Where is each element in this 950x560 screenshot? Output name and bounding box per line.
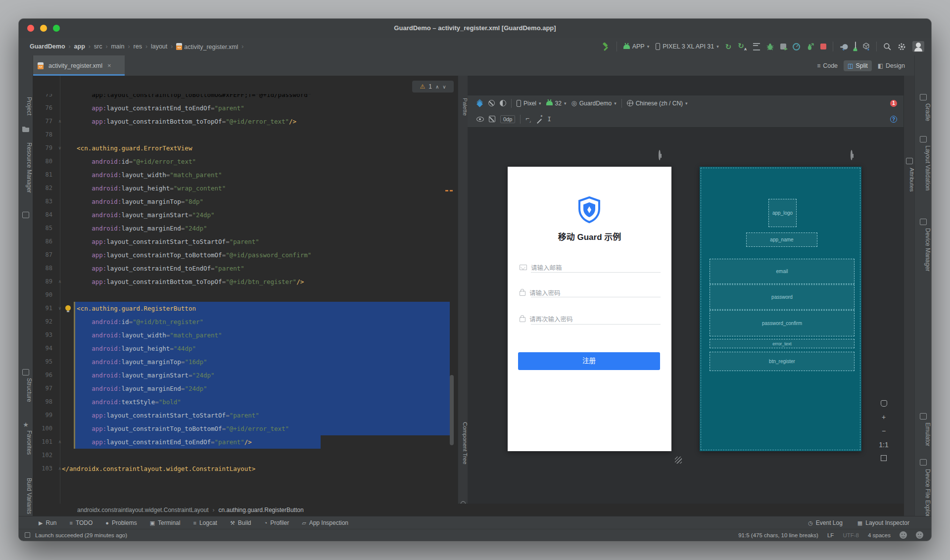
blueprint-error_text[interactable]: error_text	[710, 339, 855, 348]
line-ending[interactable]: LF	[827, 532, 834, 538]
breadcrumb-item[interactable]: GuardDemo	[30, 43, 65, 50]
sidebar-item-gradle[interactable]: Gradle	[915, 103, 931, 121]
zoom-to-fit-icon[interactable]	[881, 455, 887, 461]
blueprint-password_confirm[interactable]: password_confirm	[710, 310, 855, 336]
gradle-sync-icon[interactable]	[840, 43, 849, 50]
structure-icon[interactable]	[22, 369, 29, 375]
run-configuration-select[interactable]: APP ▾	[623, 43, 650, 50]
blueprint-app_logo[interactable]: app_logo	[768, 199, 797, 227]
view-mode-split[interactable]: ◫ Split	[844, 60, 872, 71]
zoom-in-button[interactable]: +	[882, 414, 886, 420]
help-icon[interactable]: ?	[890, 116, 897, 123]
design-preview-card[interactable]: 移动 Guard 示例 请输入邮箱 请输入密码 请再次输入密码 注册	[508, 167, 671, 451]
zoom-ratio-label[interactable]: 1:1	[879, 441, 888, 448]
tool-window-button-layout-inspector[interactable]: ▦Layout Inspector	[857, 519, 909, 526]
run-tasks-icon[interactable]	[753, 43, 760, 50]
tool-window-button-app-inspection[interactable]: ▱App Inspection	[302, 519, 348, 526]
profile-app-icon[interactable]	[807, 43, 814, 50]
autoconnect-off-icon[interactable]	[489, 116, 495, 122]
sdk-manager-cube-icon[interactable]	[862, 43, 870, 50]
editor-breadcrumb-item[interactable]: cn.authing.guard.RegisterButton	[219, 507, 304, 513]
close-tab-icon[interactable]: ×	[107, 62, 111, 69]
tool-window-button-build[interactable]: ⚒Build	[230, 519, 251, 526]
device-manager-icon[interactable]	[920, 219, 927, 225]
breadcrumb-item[interactable]: res	[134, 43, 142, 50]
tab-component-tree[interactable]: Component Tree	[458, 422, 468, 465]
previous-problem-icon[interactable]: ∧	[435, 84, 439, 90]
stop-icon[interactable]	[820, 44, 826, 49]
guideline-icon[interactable]: I	[547, 116, 551, 123]
sidebar-item-resource-manager[interactable]: Resource Manager	[19, 142, 33, 193]
profiler-icon[interactable]	[793, 43, 800, 50]
preview-device-select[interactable]: Pixel ▾	[517, 100, 541, 107]
device-manager-icon[interactable]	[855, 42, 856, 51]
tool-window-button-terminal[interactable]: ▣Terminal	[150, 519, 181, 526]
favorites-icon[interactable]: ★	[22, 421, 29, 428]
breadcrumb-item[interactable]: layout	[151, 43, 167, 50]
indent-setting[interactable]: 4 spaces	[868, 532, 891, 538]
tool-window-toggle-icon[interactable]	[25, 532, 30, 538]
debug-bug-icon[interactable]	[766, 43, 774, 50]
preview-locale-select[interactable]: Chinese (zh / CN) ▾	[627, 100, 688, 107]
breadcrumb-item[interactable]: activity_register.xml	[176, 43, 238, 50]
preview-api-select[interactable]: 32 ▾	[546, 100, 567, 107]
sidebar-item-build-variants[interactable]: Build Variants	[19, 478, 33, 514]
search-icon[interactable]	[883, 43, 891, 50]
blueprint-email[interactable]: email	[710, 259, 855, 284]
emulator-icon[interactable]	[920, 413, 927, 420]
tab-activity-register-xml[interactable]: activity_register.xml ×	[33, 55, 125, 76]
email-field[interactable]: 请输入邮箱	[520, 262, 661, 273]
clear-constraints-icon[interactable]: ⌐♪	[525, 115, 531, 123]
file-encoding[interactable]: UTF-8	[843, 532, 859, 538]
render-errors-badge[interactable]: 1	[890, 100, 897, 107]
blueprint-toggle-icon[interactable]	[488, 100, 495, 106]
project-icon[interactable]	[22, 126, 29, 132]
editor-breadcrumb-item[interactable]: androidx.constraintlayout.widget.Constra…	[77, 507, 209, 513]
tab-palette[interactable]: Palette	[458, 98, 468, 116]
apply-changes-restart-icon[interactable]: ↻	[725, 43, 732, 50]
gradle-icon[interactable]	[920, 94, 927, 100]
preview-resize-handle[interactable]	[675, 457, 682, 464]
tool-window-button-profiler[interactable]: ◔Profiler	[264, 519, 289, 526]
tool-window-button-run[interactable]: ▶Run	[39, 519, 56, 526]
feedback-face-icon[interactable]	[900, 531, 907, 539]
sidebar-item-structure[interactable]: Structure	[19, 378, 33, 402]
tool-window-button-problems[interactable]: ●Problems	[105, 519, 137, 526]
pan-hand-icon[interactable]	[881, 400, 887, 407]
sidebar-item-layout-validation[interactable]: Layout Validation	[915, 145, 931, 190]
blueprint-btn_register[interactable]: btn_register	[710, 352, 855, 371]
sidebar-item-device-file-explorer[interactable]: Device File Explorer	[915, 469, 931, 522]
inspections-widget[interactable]: ⚠ 1 ∧ ∨	[412, 81, 454, 93]
device-file-explorer-icon[interactable]	[920, 459, 927, 466]
password-confirm-field[interactable]: 请再次输入密码	[520, 313, 661, 324]
attach-debugger-icon[interactable]	[780, 44, 786, 49]
breadcrumb-item[interactable]: src	[94, 43, 102, 50]
build-hammer-icon[interactable]	[602, 43, 610, 51]
password-field[interactable]: 请输入密码	[520, 287, 661, 298]
apply-code-changes-icon[interactable]: ↻A	[738, 42, 747, 51]
view-mode-code[interactable]: ≡ Code	[813, 60, 842, 71]
resource-manager-icon[interactable]	[22, 212, 29, 218]
design-mode-layers-icon[interactable]	[476, 100, 483, 107]
blueprint-password[interactable]: password	[710, 284, 855, 310]
infer-constraints-wand-icon[interactable]	[536, 116, 542, 122]
layout-validation-icon[interactable]	[920, 136, 927, 142]
tool-window-button-event-log[interactable]: ◷Event Log	[808, 519, 843, 526]
tab-attributes[interactable]: Attributes	[904, 168, 915, 192]
device-select[interactable]: PIXEL 3 XL API 31 ▾	[656, 43, 719, 50]
tool-window-button-logcat[interactable]: ≡Logcat	[193, 519, 217, 526]
profile-avatar[interactable]	[912, 41, 924, 52]
feedback-face-icon[interactable]	[916, 531, 923, 539]
view-options-eye-icon[interactable]	[476, 117, 484, 122]
preview-theme-select[interactable]: ◎ GuardDemo ▾	[571, 99, 616, 107]
breadcrumb-item[interactable]: main	[111, 43, 124, 50]
default-margin-select[interactable]: 0dp	[500, 115, 515, 123]
breadcrumb-item[interactable]: app	[74, 43, 85, 50]
sidebar-item-project[interactable]: Project	[19, 97, 33, 115]
zoom-out-button[interactable]: −	[882, 427, 886, 434]
editor-scrollbar[interactable]	[450, 375, 454, 445]
blueprint-app_name[interactable]: app_name	[746, 233, 817, 247]
sidebar-item-device-manager[interactable]: Device Manager	[915, 228, 931, 271]
blueprint-preview-card[interactable]: app_logoapp_nameemailpasswordpassword_co…	[700, 167, 861, 451]
night-mode-icon[interactable]	[500, 100, 506, 106]
